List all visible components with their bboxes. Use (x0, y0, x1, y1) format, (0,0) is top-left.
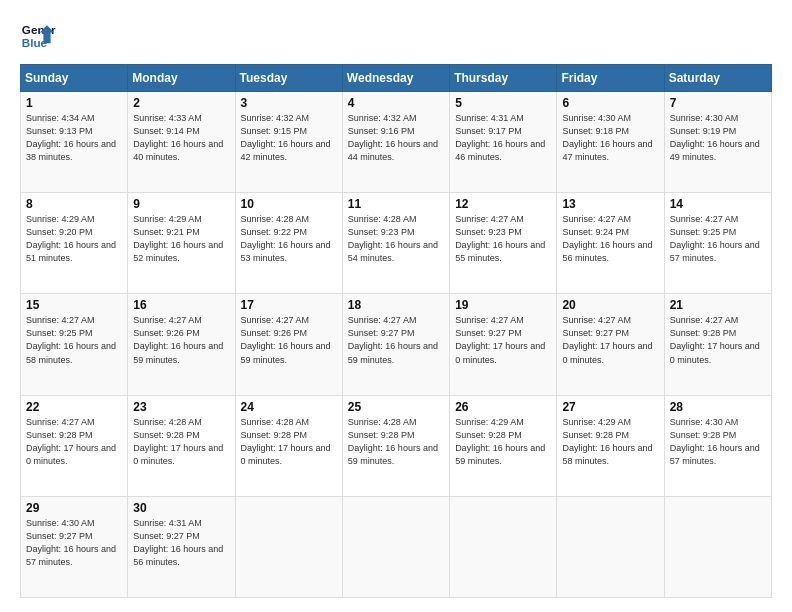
day-info: Sunrise: 4:27 AMSunset: 9:25 PMDaylight:… (26, 315, 116, 364)
calendar-day-cell: 23 Sunrise: 4:28 AMSunset: 9:28 PMDaylig… (128, 395, 235, 496)
day-number: 28 (670, 400, 766, 414)
day-number: 13 (562, 197, 658, 211)
day-info: Sunrise: 4:27 AMSunset: 9:27 PMDaylight:… (562, 315, 652, 364)
day-number: 25 (348, 400, 444, 414)
day-info: Sunrise: 4:29 AMSunset: 9:28 PMDaylight:… (562, 417, 652, 466)
calendar-day-cell: 27 Sunrise: 4:29 AMSunset: 9:28 PMDaylig… (557, 395, 664, 496)
day-info: Sunrise: 4:28 AMSunset: 9:22 PMDaylight:… (241, 214, 331, 263)
day-number: 23 (133, 400, 229, 414)
day-info: Sunrise: 4:30 AMSunset: 9:19 PMDaylight:… (670, 113, 760, 162)
day-info: Sunrise: 4:34 AMSunset: 9:13 PMDaylight:… (26, 113, 116, 162)
day-number: 29 (26, 501, 122, 515)
day-number: 16 (133, 298, 229, 312)
calendar-day-cell: 29 Sunrise: 4:30 AMSunset: 9:27 PMDaylig… (21, 496, 128, 597)
day-number: 24 (241, 400, 337, 414)
calendar-day-cell: 7 Sunrise: 4:30 AMSunset: 9:19 PMDayligh… (664, 92, 771, 193)
day-info: Sunrise: 4:27 AMSunset: 9:26 PMDaylight:… (133, 315, 223, 364)
calendar-day-cell: 21 Sunrise: 4:27 AMSunset: 9:28 PMDaylig… (664, 294, 771, 395)
calendar-day-cell: 26 Sunrise: 4:29 AMSunset: 9:28 PMDaylig… (450, 395, 557, 496)
day-number: 18 (348, 298, 444, 312)
day-number: 2 (133, 96, 229, 110)
calendar-day-cell: 9 Sunrise: 4:29 AMSunset: 9:21 PMDayligh… (128, 193, 235, 294)
calendar-day-cell: 30 Sunrise: 4:31 AMSunset: 9:27 PMDaylig… (128, 496, 235, 597)
calendar-day-cell: 11 Sunrise: 4:28 AMSunset: 9:23 PMDaylig… (342, 193, 449, 294)
day-info: Sunrise: 4:28 AMSunset: 9:28 PMDaylight:… (241, 417, 331, 466)
calendar-day-cell: 6 Sunrise: 4:30 AMSunset: 9:18 PMDayligh… (557, 92, 664, 193)
day-of-week-header: Sunday (21, 65, 128, 92)
day-number: 15 (26, 298, 122, 312)
calendar-day-cell: 12 Sunrise: 4:27 AMSunset: 9:23 PMDaylig… (450, 193, 557, 294)
day-info: Sunrise: 4:32 AMSunset: 9:15 PMDaylight:… (241, 113, 331, 162)
day-number: 1 (26, 96, 122, 110)
day-info: Sunrise: 4:33 AMSunset: 9:14 PMDaylight:… (133, 113, 223, 162)
day-of-week-header: Friday (557, 65, 664, 92)
day-info: Sunrise: 4:28 AMSunset: 9:23 PMDaylight:… (348, 214, 438, 263)
day-number: 5 (455, 96, 551, 110)
calendar-day-cell: 5 Sunrise: 4:31 AMSunset: 9:17 PMDayligh… (450, 92, 557, 193)
day-info: Sunrise: 4:27 AMSunset: 9:26 PMDaylight:… (241, 315, 331, 364)
day-of-week-header: Saturday (664, 65, 771, 92)
day-info: Sunrise: 4:27 AMSunset: 9:27 PMDaylight:… (348, 315, 438, 364)
day-info: Sunrise: 4:28 AMSunset: 9:28 PMDaylight:… (133, 417, 223, 466)
calendar-day-cell: 2 Sunrise: 4:33 AMSunset: 9:14 PMDayligh… (128, 92, 235, 193)
calendar-day-cell (664, 496, 771, 597)
calendar-day-cell (235, 496, 342, 597)
calendar-day-cell: 1 Sunrise: 4:34 AMSunset: 9:13 PMDayligh… (21, 92, 128, 193)
calendar-day-cell: 19 Sunrise: 4:27 AMSunset: 9:27 PMDaylig… (450, 294, 557, 395)
calendar-week-row: 29 Sunrise: 4:30 AMSunset: 9:27 PMDaylig… (21, 496, 772, 597)
logo-icon: General Blue (20, 18, 56, 54)
day-number: 7 (670, 96, 766, 110)
day-of-week-header: Thursday (450, 65, 557, 92)
calendar-day-cell: 13 Sunrise: 4:27 AMSunset: 9:24 PMDaylig… (557, 193, 664, 294)
calendar-week-row: 1 Sunrise: 4:34 AMSunset: 9:13 PMDayligh… (21, 92, 772, 193)
day-info: Sunrise: 4:29 AMSunset: 9:20 PMDaylight:… (26, 214, 116, 263)
day-info: Sunrise: 4:27 AMSunset: 9:25 PMDaylight:… (670, 214, 760, 263)
day-number: 14 (670, 197, 766, 211)
calendar-day-cell: 22 Sunrise: 4:27 AMSunset: 9:28 PMDaylig… (21, 395, 128, 496)
day-info: Sunrise: 4:27 AMSunset: 9:28 PMDaylight:… (26, 417, 116, 466)
page: General Blue SundayMondayTuesdayWednesda… (0, 0, 792, 612)
calendar-day-cell: 3 Sunrise: 4:32 AMSunset: 9:15 PMDayligh… (235, 92, 342, 193)
calendar-day-cell: 20 Sunrise: 4:27 AMSunset: 9:27 PMDaylig… (557, 294, 664, 395)
calendar-day-cell (342, 496, 449, 597)
calendar-day-cell: 16 Sunrise: 4:27 AMSunset: 9:26 PMDaylig… (128, 294, 235, 395)
day-of-week-header: Tuesday (235, 65, 342, 92)
header: General Blue (20, 18, 772, 54)
day-number: 11 (348, 197, 444, 211)
calendar-day-cell: 18 Sunrise: 4:27 AMSunset: 9:27 PMDaylig… (342, 294, 449, 395)
day-number: 12 (455, 197, 551, 211)
day-info: Sunrise: 4:29 AMSunset: 9:28 PMDaylight:… (455, 417, 545, 466)
day-number: 17 (241, 298, 337, 312)
day-number: 26 (455, 400, 551, 414)
day-number: 10 (241, 197, 337, 211)
day-info: Sunrise: 4:27 AMSunset: 9:24 PMDaylight:… (562, 214, 652, 263)
day-number: 8 (26, 197, 122, 211)
day-info: Sunrise: 4:30 AMSunset: 9:27 PMDaylight:… (26, 518, 116, 567)
day-info: Sunrise: 4:30 AMSunset: 9:18 PMDaylight:… (562, 113, 652, 162)
day-number: 21 (670, 298, 766, 312)
calendar-day-cell: 8 Sunrise: 4:29 AMSunset: 9:20 PMDayligh… (21, 193, 128, 294)
calendar-week-row: 15 Sunrise: 4:27 AMSunset: 9:25 PMDaylig… (21, 294, 772, 395)
calendar-week-row: 8 Sunrise: 4:29 AMSunset: 9:20 PMDayligh… (21, 193, 772, 294)
calendar-day-cell: 14 Sunrise: 4:27 AMSunset: 9:25 PMDaylig… (664, 193, 771, 294)
day-info: Sunrise: 4:32 AMSunset: 9:16 PMDaylight:… (348, 113, 438, 162)
calendar-day-cell: 28 Sunrise: 4:30 AMSunset: 9:28 PMDaylig… (664, 395, 771, 496)
day-of-week-header: Wednesday (342, 65, 449, 92)
day-info: Sunrise: 4:27 AMSunset: 9:27 PMDaylight:… (455, 315, 545, 364)
calendar-day-cell: 15 Sunrise: 4:27 AMSunset: 9:25 PMDaylig… (21, 294, 128, 395)
day-info: Sunrise: 4:27 AMSunset: 9:23 PMDaylight:… (455, 214, 545, 263)
day-number: 19 (455, 298, 551, 312)
calendar-day-cell: 4 Sunrise: 4:32 AMSunset: 9:16 PMDayligh… (342, 92, 449, 193)
day-info: Sunrise: 4:27 AMSunset: 9:28 PMDaylight:… (670, 315, 760, 364)
day-info: Sunrise: 4:30 AMSunset: 9:28 PMDaylight:… (670, 417, 760, 466)
calendar-header-row: SundayMondayTuesdayWednesdayThursdayFrid… (21, 65, 772, 92)
day-number: 9 (133, 197, 229, 211)
calendar-day-cell: 10 Sunrise: 4:28 AMSunset: 9:22 PMDaylig… (235, 193, 342, 294)
calendar-day-cell: 17 Sunrise: 4:27 AMSunset: 9:26 PMDaylig… (235, 294, 342, 395)
day-info: Sunrise: 4:28 AMSunset: 9:28 PMDaylight:… (348, 417, 438, 466)
day-number: 30 (133, 501, 229, 515)
day-number: 20 (562, 298, 658, 312)
calendar-week-row: 22 Sunrise: 4:27 AMSunset: 9:28 PMDaylig… (21, 395, 772, 496)
day-number: 27 (562, 400, 658, 414)
calendar-day-cell (450, 496, 557, 597)
